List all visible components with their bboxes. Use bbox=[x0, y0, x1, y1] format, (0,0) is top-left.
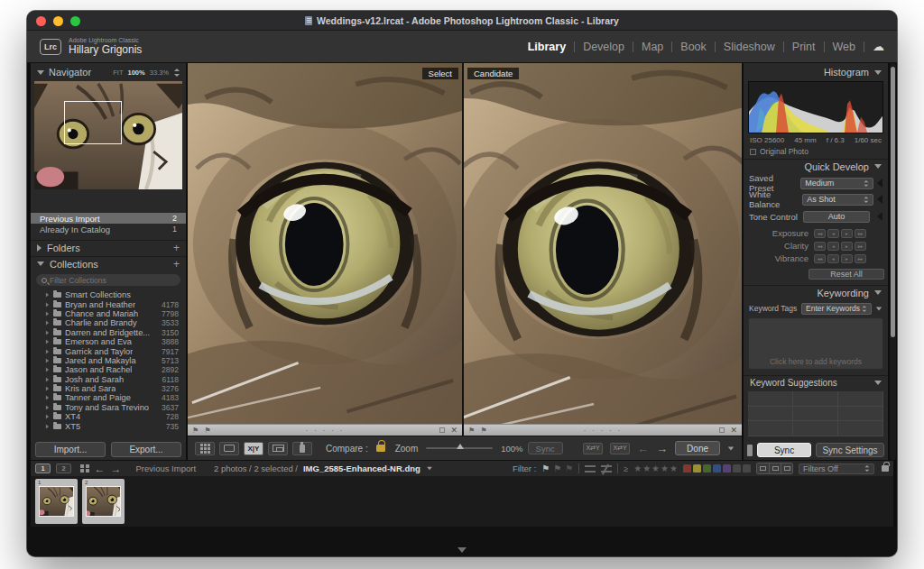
zoom-slider-thumb[interactable] bbox=[457, 444, 464, 449]
go-forward-icon[interactable]: → bbox=[111, 463, 122, 474]
collection-row[interactable]: Jason and Rachel2892 bbox=[31, 365, 186, 374]
current-filename[interactable]: IMG_2585-Enhanced-NR.dng bbox=[303, 463, 420, 473]
next-photo-icon[interactable]: → bbox=[656, 443, 668, 454]
collection-row[interactable]: Charlie and Brandy3533 bbox=[31, 318, 186, 327]
vibrance-plus-button[interactable]: ▸ bbox=[841, 254, 853, 263]
catalog-item-previous-import[interactable]: Previous Import 2 bbox=[31, 213, 186, 224]
scrollbar-thumb[interactable] bbox=[891, 67, 895, 337]
thumbnail-1[interactable]: 1 bbox=[35, 479, 78, 524]
autosync-toggle[interactable] bbox=[747, 445, 753, 456]
rating-dots[interactable]: · · · · · bbox=[188, 426, 462, 435]
collapse-icon[interactable] bbox=[876, 307, 882, 310]
keywording-header[interactable]: Keywording bbox=[744, 285, 888, 299]
add-collection-button[interactable]: + bbox=[173, 258, 180, 271]
keyword-suggestions-header[interactable]: Keyword Suggestions bbox=[744, 375, 888, 390]
sync-button[interactable]: Sync bbox=[757, 443, 811, 457]
auto-tone-button[interactable]: Auto bbox=[803, 211, 870, 223]
filter-lock-icon[interactable] bbox=[882, 465, 889, 472]
flag-filter-toggle[interactable] bbox=[757, 463, 769, 473]
blue-label-filter[interactable] bbox=[713, 464, 721, 473]
filename-dropdown-icon[interactable] bbox=[427, 467, 432, 471]
edited-filter-icon[interactable] bbox=[585, 465, 596, 473]
navigator-fit[interactable]: FIT bbox=[113, 69, 123, 77]
exposure-plus-button[interactable]: ▸ bbox=[841, 229, 853, 238]
star-5-icon[interactable]: ★ bbox=[670, 463, 678, 473]
keyword-entry-area[interactable]: Click here to add keywords bbox=[748, 317, 883, 370]
export-button[interactable]: Export... bbox=[111, 442, 181, 457]
collection-row[interactable]: Tony and Sara Trevino3637 bbox=[31, 403, 186, 412]
star-4-icon[interactable]: ★ bbox=[661, 463, 669, 473]
add-folder-button[interactable]: + bbox=[173, 242, 180, 254]
panel-disclosure-icon[interactable] bbox=[877, 179, 882, 188]
minimize-window-button[interactable] bbox=[53, 16, 63, 26]
collection-row[interactable]: Chance and Mariah7798 bbox=[31, 309, 186, 318]
collection-row[interactable]: Smart Collections bbox=[31, 290, 186, 299]
filmstrip-source[interactable]: Previous Import bbox=[136, 463, 197, 473]
lock-icon[interactable] bbox=[376, 445, 385, 452]
zoom-sync-button[interactable]: Sync bbox=[528, 442, 563, 454]
vibrance-minus-button[interactable]: ◂ bbox=[827, 254, 839, 263]
collection-row[interactable]: Jared and Makayla5713 bbox=[31, 356, 186, 365]
clarity-plus-button[interactable]: ▸ bbox=[841, 242, 853, 251]
purple-label-filter[interactable] bbox=[723, 464, 731, 473]
collection-row[interactable]: Emerson and Eva3888 bbox=[31, 337, 186, 346]
collection-row[interactable]: XT4728 bbox=[31, 412, 186, 421]
module-book[interactable]: Book bbox=[680, 41, 707, 53]
close-window-button[interactable] bbox=[36, 16, 46, 26]
histogram-header[interactable]: Histogram bbox=[744, 65, 888, 79]
panel-disclosure-icon[interactable] bbox=[877, 212, 882, 221]
module-map[interactable]: Map bbox=[642, 41, 663, 53]
collections-filter[interactable] bbox=[36, 274, 180, 286]
rating-dots[interactable]: · · · · · bbox=[464, 426, 742, 435]
cloud-sync-icon[interactable]: ☁ bbox=[873, 40, 884, 53]
custom-label-filter[interactable] bbox=[743, 464, 751, 473]
previous-photo-icon[interactable]: ← bbox=[637, 443, 649, 454]
collection-row[interactable]: Tanner and Paige4183 bbox=[31, 393, 186, 402]
candidate-pane[interactable]: Candidate bbox=[464, 63, 742, 424]
module-web[interactable]: Web bbox=[833, 41, 855, 53]
filter-toggle-group[interactable] bbox=[756, 463, 793, 474]
module-develop[interactable]: Develop bbox=[583, 41, 624, 53]
sync-settings-button[interactable]: Sync Settings bbox=[816, 443, 884, 457]
traffic-lights[interactable] bbox=[36, 16, 80, 26]
star-2-icon[interactable]: ★ bbox=[642, 463, 651, 473]
vibrance-big-minus-button[interactable]: ◂◂ bbox=[814, 254, 826, 263]
unedited-filter-icon[interactable] bbox=[601, 465, 612, 473]
right-panel-scrollbar[interactable] bbox=[890, 63, 896, 460]
panel-disclosure-icon[interactable] bbox=[877, 195, 882, 204]
quick-develop-header[interactable]: Quick Develop bbox=[744, 159, 888, 173]
grid-view-button[interactable] bbox=[195, 442, 215, 455]
make-select-button[interactable]: X⇄Y bbox=[610, 443, 630, 454]
swap-select-candidate-button[interactable]: X⇄Y bbox=[583, 443, 603, 454]
navigator-header[interactable]: Navigator FIT 100% 33.3% bbox=[31, 65, 186, 79]
grid-view-icon[interactable] bbox=[80, 464, 89, 473]
select-pane[interactable]: Select bbox=[188, 63, 462, 424]
navigator-preview[interactable] bbox=[34, 81, 182, 189]
survey-view-button[interactable] bbox=[268, 442, 288, 455]
zoom-window-button[interactable] bbox=[70, 16, 80, 26]
thumbnail-2[interactable]: 2 bbox=[82, 479, 125, 524]
collection-row[interactable]: XT5735 bbox=[31, 421, 186, 430]
keyword-mode-select[interactable]: Enter Keywords bbox=[801, 303, 872, 315]
label-filter-toggle[interactable] bbox=[781, 463, 792, 473]
rating-ge-icon[interactable]: ≥ bbox=[624, 464, 628, 473]
flag-rejected-icon[interactable]: ⚑ bbox=[565, 463, 573, 473]
done-button[interactable]: Done bbox=[675, 441, 720, 455]
zoom-slider[interactable] bbox=[426, 447, 493, 449]
painter-button[interactable] bbox=[292, 442, 312, 455]
navigator-100[interactable]: 100% bbox=[128, 69, 145, 77]
reset-all-button[interactable]: Reset All bbox=[808, 269, 884, 280]
exposure-minus-button[interactable]: ◂ bbox=[827, 229, 839, 238]
clarity-big-minus-button[interactable]: ◂◂ bbox=[814, 242, 826, 251]
go-back-icon[interactable]: ← bbox=[95, 463, 106, 474]
filter-preset-select[interactable]: Filters Off bbox=[799, 463, 874, 474]
navigator-ratio[interactable]: 33.3% bbox=[150, 69, 169, 77]
module-print[interactable]: Print bbox=[792, 41, 816, 53]
rating-filter-toggle[interactable] bbox=[769, 463, 781, 473]
exposure-big-plus-button[interactable]: ▸▸ bbox=[855, 229, 866, 238]
zoom-ratio-chooser-icon[interactable] bbox=[173, 69, 180, 77]
collection-row[interactable]: Darren and Bridgette...3150 bbox=[31, 328, 186, 337]
import-button[interactable]: Import... bbox=[35, 442, 106, 457]
star-3-icon[interactable]: ★ bbox=[651, 463, 660, 473]
clarity-minus-button[interactable]: ◂ bbox=[827, 242, 839, 251]
